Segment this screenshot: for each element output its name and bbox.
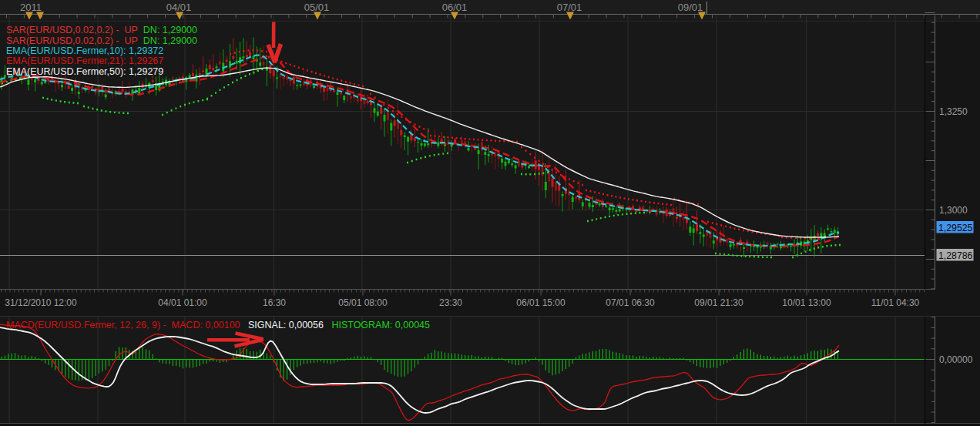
svg-text:05/01 08:00: 05/01 08:00 <box>338 297 388 308</box>
svg-text:07/01: 07/01 <box>557 2 582 13</box>
svg-text:EMA(EUR/USD.Fermer,10): 1,2937: EMA(EUR/USD.Fermer,10): 1,29372 <box>6 45 163 56</box>
svg-text:1,3250: 1,3250 <box>939 106 968 117</box>
svg-text:04/01: 04/01 <box>166 2 192 13</box>
svg-text:EMA(EUR/USD.Fermer,50): 1,2927: EMA(EUR/USD.Fermer,50): 1,29279 <box>6 66 163 77</box>
svg-text:16:30: 16:30 <box>263 297 286 308</box>
svg-text:10/01 13:00: 10/01 13:00 <box>782 297 831 308</box>
svg-text:1,28786: 1,28786 <box>938 250 973 261</box>
svg-text:06/01: 06/01 <box>442 2 468 13</box>
svg-text:06/01 15:00: 06/01 15:00 <box>516 297 566 308</box>
svg-text:1,3000: 1,3000 <box>939 205 968 216</box>
svg-text:0,00000: 0,00000 <box>939 354 973 365</box>
svg-text:SAR(EUR/USD,0.02,0.2) - UP D: SAR(EUR/USD,0.02,0.2) - UP DN: 1,29000 <box>6 25 197 35</box>
svg-text:23:30: 23:30 <box>439 297 462 308</box>
svg-text:05/01: 05/01 <box>304 2 330 13</box>
svg-text:31/12/2010 12:00: 31/12/2010 12:00 <box>5 297 77 308</box>
svg-text:09/01 21:30: 09/01 21:30 <box>694 297 743 308</box>
svg-text:SAR(EUR/USD,0.02,0.2) - UP D: SAR(EUR/USD,0.02,0.2) - UP DN: 1,29000 <box>6 35 197 46</box>
svg-text:MACD(EUR/USD.Fermer, 12, 26, 9: MACD(EUR/USD.Fermer, 12, 26, 9) - MACD: … <box>6 320 430 330</box>
svg-text:11/01 04:30: 11/01 04:30 <box>871 297 920 308</box>
svg-text:09/01: 09/01 <box>678 2 703 13</box>
svg-text:1,29525: 1,29525 <box>938 223 973 233</box>
svg-text:07/01 06:30: 07/01 06:30 <box>606 297 655 308</box>
svg-text:2011: 2011 <box>20 2 42 13</box>
svg-text:EMA(EUR/USD.Fermer,21): 1,2926: EMA(EUR/USD.Fermer,21): 1,29267 <box>6 55 163 66</box>
svg-text:04/01 01:00: 04/01 01:00 <box>158 297 207 308</box>
